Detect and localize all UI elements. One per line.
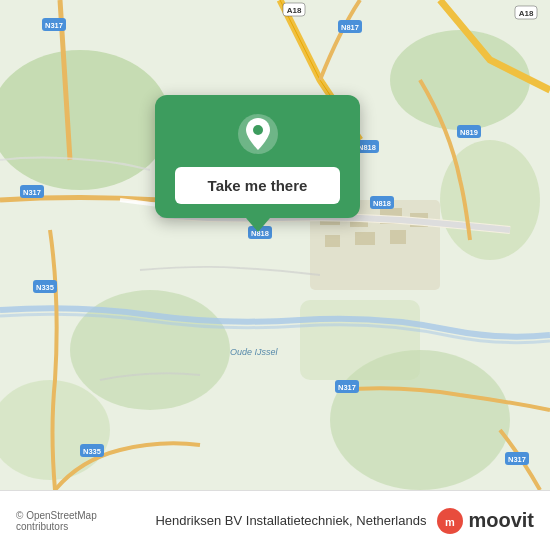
svg-text:A18: A18 bbox=[287, 6, 302, 15]
take-me-there-button[interactable]: Take me there bbox=[175, 167, 340, 204]
svg-text:N317: N317 bbox=[45, 21, 63, 30]
location-popup: Take me there bbox=[155, 95, 360, 218]
svg-text:N819: N819 bbox=[460, 128, 478, 137]
svg-text:N317: N317 bbox=[338, 383, 356, 392]
svg-text:m: m bbox=[446, 516, 456, 528]
svg-text:N818: N818 bbox=[358, 143, 376, 152]
svg-rect-13 bbox=[355, 232, 375, 245]
svg-point-43 bbox=[253, 125, 263, 135]
svg-text:Oude IJssel: Oude IJssel bbox=[230, 347, 279, 357]
map-svg: A18 A18 N317 N317 N335 N335 N317 N317 bbox=[0, 0, 550, 490]
footer-bar: © OpenStreetMap contributors Hendriksen … bbox=[0, 490, 550, 550]
svg-text:A18: A18 bbox=[519, 9, 534, 18]
location-pin-icon bbox=[237, 113, 279, 155]
moovit-logo: m moovit bbox=[436, 507, 534, 535]
location-text: Hendriksen BV Installatietechniek, Nethe… bbox=[155, 513, 426, 528]
svg-text:N335: N335 bbox=[83, 447, 101, 456]
svg-text:N317: N317 bbox=[23, 188, 41, 197]
svg-text:N335: N335 bbox=[36, 283, 54, 292]
svg-rect-14 bbox=[390, 230, 406, 244]
svg-rect-12 bbox=[325, 235, 340, 247]
svg-text:N818: N818 bbox=[373, 199, 391, 208]
svg-text:N817: N817 bbox=[341, 23, 359, 32]
moovit-icon: m bbox=[436, 507, 464, 535]
svg-point-1 bbox=[390, 30, 530, 130]
svg-rect-6 bbox=[300, 300, 420, 380]
map-container: A18 A18 N317 N317 N335 N335 N317 N317 bbox=[0, 0, 550, 490]
svg-text:N317: N317 bbox=[508, 455, 526, 464]
copyright-text: © OpenStreetMap contributors bbox=[16, 510, 145, 532]
moovit-label: moovit bbox=[468, 509, 534, 532]
